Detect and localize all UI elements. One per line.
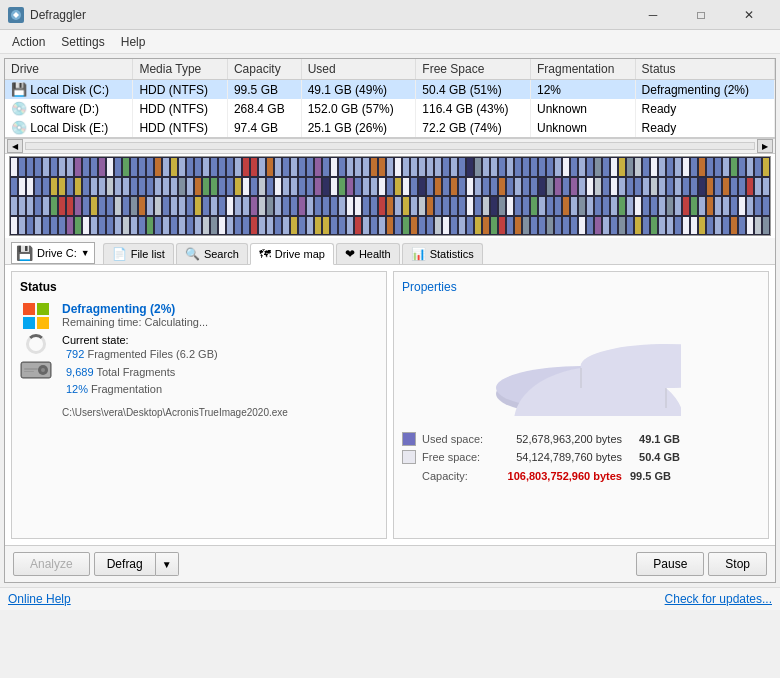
free-space-color-swatch [402, 450, 416, 464]
table-row[interactable]: 💿 Local Disk (E:) HDD (NTFS) 97.4 GB 25.… [5, 118, 775, 137]
map-cell [138, 157, 146, 177]
menu-settings[interactable]: Settings [53, 33, 112, 51]
used-cell: 49.1 GB (49%) [301, 80, 416, 100]
map-cell [154, 216, 162, 236]
tab-drive-map[interactable]: 🗺Drive map [250, 243, 334, 265]
svg-rect-4 [37, 317, 49, 329]
windows-logo-icon [22, 302, 50, 330]
drive-selector[interactable]: 💾 Drive C: ▼ [11, 242, 95, 264]
defrag-dropdown-arrow[interactable]: ▼ [156, 552, 179, 576]
map-cell [522, 177, 530, 197]
disk-usage-legend: Used space: 52,678,963,200 bytes 49.1 GB… [402, 428, 760, 482]
horizontal-scrollbar[interactable]: ◀ ▶ [5, 138, 775, 154]
status-panel: Status [11, 271, 387, 539]
map-cell [538, 157, 546, 177]
defrag-status-text: Defragmenting (2%) [62, 302, 288, 316]
map-cell [594, 177, 602, 197]
tab-label: Search [204, 248, 239, 260]
map-cell [394, 157, 402, 177]
maximize-button[interactable]: □ [678, 0, 724, 30]
used-space-label: Used space: [422, 433, 502, 445]
scroll-right[interactable]: ▶ [757, 139, 773, 153]
map-cell [306, 196, 314, 216]
map-cell [298, 177, 306, 197]
pause-button[interactable]: Pause [636, 552, 704, 576]
map-cell [506, 196, 514, 216]
check-updates-link[interactable]: Check for updates... [665, 592, 772, 606]
defrag-button[interactable]: Defrag [94, 552, 156, 576]
map-cell [50, 216, 58, 236]
map-cell [602, 157, 610, 177]
online-help-link[interactable]: Online Help [8, 592, 71, 606]
scroll-left[interactable]: ◀ [7, 139, 23, 153]
stop-button[interactable]: Stop [708, 552, 767, 576]
map-cell [626, 216, 634, 236]
map-cell [58, 196, 66, 216]
menu-help[interactable]: Help [113, 33, 154, 51]
map-cell [226, 196, 234, 216]
menu-bar: Action Settings Help [0, 30, 780, 54]
tab-search[interactable]: 🔍Search [176, 243, 248, 264]
map-cell [594, 216, 602, 236]
map-cell [250, 216, 258, 236]
menu-action[interactable]: Action [4, 33, 53, 51]
map-cell [298, 216, 306, 236]
map-cell [298, 157, 306, 177]
tab-file-list[interactable]: 📄File list [103, 243, 174, 264]
map-cell [466, 177, 474, 197]
map-cell [178, 216, 186, 236]
map-cell [330, 157, 338, 177]
analyze-button[interactable]: Analyze [13, 552, 90, 576]
media-type-cell: HDD (NTFS) [133, 80, 228, 100]
map-cell [570, 177, 578, 197]
map-cell [714, 157, 722, 177]
tab-statistics[interactable]: 📊Statistics [402, 243, 483, 264]
map-cell [458, 216, 466, 236]
map-cell [722, 196, 730, 216]
tab-health[interactable]: ❤Health [336, 243, 400, 264]
capacity-row: Capacity: 106,803,752,960 bytes 99.5 GB [402, 470, 760, 482]
app-title: Defraggler [30, 8, 630, 22]
map-cell [522, 216, 530, 236]
map-cell [650, 216, 658, 236]
col-status: Status [635, 59, 774, 80]
used-space-legend-item: Used space: 52,678,963,200 bytes 49.1 GB [402, 432, 760, 446]
table-row[interactable]: 💾 Local Disk (C:) HDD (NTFS) 99.5 GB 49.… [5, 80, 775, 100]
tab-icon: ❤ [345, 247, 355, 261]
fragmented-files-label: Fragmented Files (6.2 GB) [87, 348, 217, 360]
map-cell [82, 216, 90, 236]
tab-icon: 🔍 [185, 247, 200, 261]
map-cell [162, 177, 170, 197]
drive-name-cell: 💾 Local Disk (C:) [5, 80, 133, 100]
map-cell [714, 177, 722, 197]
remaining-time-text: Remaining time: Calculating... [62, 316, 288, 328]
total-fragments-count: 9,689 [66, 366, 94, 378]
map-cell [226, 216, 234, 236]
drives-table: Drive Media Type Capacity Used Free Spac… [5, 59, 775, 137]
map-cell [754, 216, 762, 236]
map-cell [258, 157, 266, 177]
tab-label: Statistics [430, 248, 474, 260]
map-cell [106, 157, 114, 177]
scroll-track[interactable] [25, 142, 755, 150]
map-cell [618, 196, 626, 216]
map-cell [330, 216, 338, 236]
table-row[interactable]: 💿 software (D:) HDD (NTFS) 268.4 GB 152.… [5, 99, 775, 118]
minimize-button[interactable]: ─ [630, 0, 676, 30]
map-cell [522, 196, 530, 216]
fragmentation-pct: 12% [66, 383, 88, 395]
close-button[interactable]: ✕ [726, 0, 772, 30]
map-cell [218, 216, 226, 236]
map-cell [146, 196, 154, 216]
free-space-bytes: 54,124,789,760 bytes [502, 451, 622, 463]
map-cell [138, 216, 146, 236]
map-cell [18, 177, 26, 197]
map-cell [306, 157, 314, 177]
hdd-icon [20, 358, 52, 382]
map-cell [394, 216, 402, 236]
map-cell [258, 196, 266, 216]
fragmented-files-row: 792 Fragmented Files (6.2 GB) [66, 346, 288, 364]
map-cell [10, 157, 18, 177]
map-cell [106, 196, 114, 216]
map-cell [186, 157, 194, 177]
